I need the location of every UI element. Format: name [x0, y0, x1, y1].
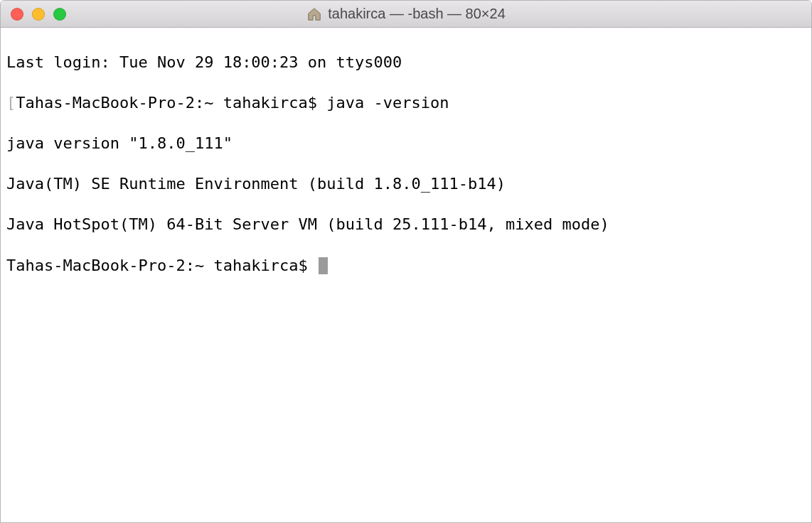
traffic-lights	[11, 8, 66, 21]
home-icon	[306, 6, 322, 22]
terminal-line: Tahas-MacBook-Pro-2:~ tahakirca$	[6, 256, 806, 276]
maximize-button[interactable]	[53, 8, 66, 21]
cursor	[319, 257, 328, 274]
terminal-line: [Tahas-MacBook-Pro-2:~ tahakirca$ java -…	[6, 93, 806, 114]
title-bar[interactable]: tahakirca — -bash — 80×24	[1, 1, 811, 28]
prompt: Tahas-MacBook-Pro-2:~ tahakirca$	[6, 257, 317, 274]
close-button[interactable]	[11, 8, 23, 21]
terminal-line: java version "1.8.0_111"	[6, 134, 806, 154]
terminal-line: Java HotSpot(TM) 64-Bit Server VM (build…	[6, 215, 806, 235]
window-title-text: tahakirca — -bash — 80×24	[328, 6, 506, 22]
terminal-body[interactable]: Last login: Tue Nov 29 18:00:23 on ttys0…	[1, 28, 811, 522]
window-title: tahakirca — -bash — 80×24	[306, 6, 506, 22]
command: java -version	[326, 94, 449, 112]
terminal-window: tahakirca — -bash — 80×24 Last login: Tu…	[0, 0, 812, 523]
terminal-line: Last login: Tue Nov 29 18:00:23 on ttys0…	[6, 53, 806, 73]
minimize-button[interactable]	[32, 8, 45, 21]
prompt: Tahas-MacBook-Pro-2:~ tahakirca$	[16, 94, 326, 112]
terminal-line: Java(TM) SE Runtime Environment (build 1…	[6, 174, 806, 195]
